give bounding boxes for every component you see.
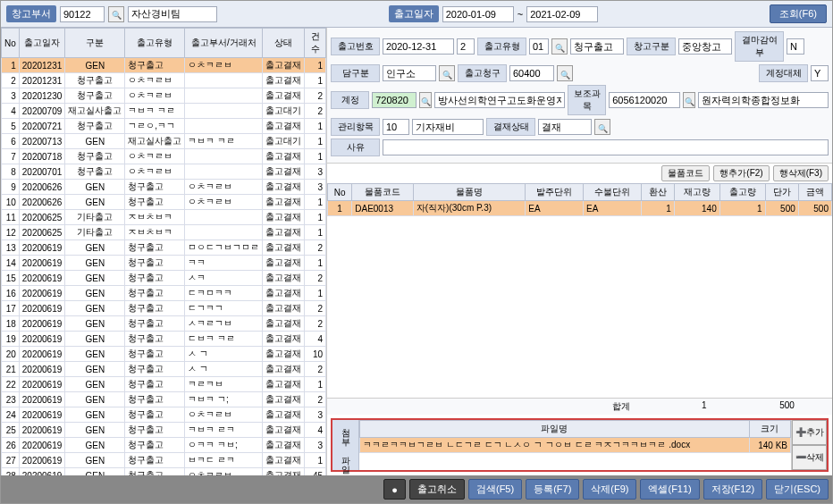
delete-button[interactable]: 삭제(F9): [583, 479, 636, 500]
table-row[interactable]: 820200701청구출고ㅇㅊㅋㄹㅂ출고결재3: [2, 164, 326, 180]
table-row[interactable]: 1520200619GEN청구출고ㅅㅋ출고결재2: [2, 271, 326, 286]
table-row[interactable]: 1DAE0013자(직자)(30cm P.3)EAEA11401500500: [328, 201, 832, 216]
items-grid-header[interactable]: 환산: [641, 184, 674, 201]
table-row[interactable]: 2220200619GEN청구출고ㅋㄹㅋㅂ출고결재1: [2, 377, 326, 392]
right-panel: 출고번호 출고유형 창고구분 결마감여부 담구분 출고청구: [327, 28, 832, 475]
warehouse-search-button[interactable]: [108, 6, 124, 22]
table-row[interactable]: 320201230청구출고ㅇㅊㅋㄹㅂ출고결재2: [2, 88, 326, 104]
item-code-button[interactable]: 물품코드: [661, 165, 710, 181]
search-icon: [442, 67, 452, 80]
date-label: 출고일자: [389, 5, 439, 22]
attach-add-button[interactable]: ➕추가: [792, 420, 827, 445]
pay-name-input[interactable]: [538, 119, 592, 135]
outgoing-list-grid[interactable]: No출고일자구분출고유형출고부서/거래처상태건수120201231GEN청구출고…: [1, 28, 326, 475]
date-from-input[interactable]: [442, 6, 514, 22]
items-grid-header[interactable]: 금액: [798, 184, 831, 201]
table-row[interactable]: 2420200619GEN청구출고ㅇㅊㅋㄹㅂ출고결재3: [2, 407, 326, 423]
acct-name-input[interactable]: [434, 92, 565, 108]
mgmt-code-input[interactable]: [383, 119, 409, 135]
table-row[interactable]: 2320200619GEN청구출고ㅋㅂㅋ ㄱ;출고결재2: [2, 392, 326, 407]
register-button[interactable]: 등록(F7): [526, 479, 579, 500]
table-row[interactable]: 1820200619GEN청구출고ㅅㅋㄹㄱㅂ출고결재2: [2, 316, 326, 332]
table-row[interactable]: 2020200619GEN청구출고ㅅ ㄱ출고결재10: [2, 347, 326, 362]
search-button[interactable]: 검색(F5): [468, 479, 522, 500]
items-grid-header[interactable]: 발주단위: [526, 184, 584, 201]
items-grid-header[interactable]: 물품명: [413, 184, 526, 201]
left-grid-header[interactable]: 출고일자: [19, 29, 65, 58]
table-row[interactable]: 1720200619GEN청구출고ㄷㄱㅋㄱ출고결재2: [2, 301, 326, 316]
items-grid-header[interactable]: 출고량: [719, 184, 765, 201]
type-search-button[interactable]: [551, 38, 568, 55]
items-grid-header[interactable]: 물품코드: [352, 184, 414, 201]
items-grid-header[interactable]: 재고량: [674, 184, 719, 201]
table-row[interactable]: 120201231GEN청구출고ㅇㅊㅋㄹㅂ출고결재1: [2, 58, 326, 73]
table-row[interactable]: 620200713GEN재고실사출고ㅋㅂㅋ ㅋㄹ출고대기1: [2, 134, 326, 149]
table-row[interactable]: 1620200619GEN청구출고ㄷㅋㅁㅋㅋ출고결재1: [2, 286, 326, 301]
dept-search-button[interactable]: [439, 65, 455, 81]
no-date-input[interactable]: [383, 38, 454, 55]
table-row[interactable]: 720200718청구출고ㅇㅊㅋㄹㅂ출고결재1: [2, 149, 326, 164]
attach-del-button[interactable]: ➖삭제: [792, 445, 827, 470]
close-input[interactable]: [787, 38, 804, 55]
warehouse-name-input[interactable]: [128, 6, 217, 22]
table-row[interactable]: 1320200619GEN청구출고ㅁㅇㄷㄱㅂㄱㅁㄹ출고결재2: [2, 240, 326, 256]
table-row[interactable]: 420200709재고실사출고ㅋㅂㅋ ㅋㄹ출고대기2: [2, 104, 326, 119]
attach-label: 첨부 파일: [332, 420, 359, 470]
table-row[interactable]: ㅋㅋㄹㅋㅋㅂㄱㄹㅂ ㄴㄷㄱㄹ ㄷㄱ ㄴㅅㅇ ㄱ ㄱㅇㅂ ㄷㄹ ㅋㅈㄱㅋㅋㅂㅋㄹ …: [360, 438, 791, 453]
acct-code-input[interactable]: [372, 92, 416, 108]
date-to-input[interactable]: [526, 6, 598, 22]
top-toolbar: 창고부서 출고일자 ~ 조회(F6): [1, 1, 832, 28]
excel-button[interactable]: 엑셀(F11): [640, 479, 699, 500]
items-grid[interactable]: No물품코드물품명발주단위수불단위환산재고량출고량단가금액1DAE0013자(직…: [327, 183, 832, 398]
table-row[interactable]: 1220200625기타출고ㅈㅂㅊㅂㅋ출고결재1: [2, 225, 326, 240]
subj-search-button[interactable]: [683, 92, 695, 108]
table-row[interactable]: 2520200619GEN청구출고ㅋㅂㅋ ㄹㅋ출고결재4: [2, 423, 326, 438]
attach-grid-header[interactable]: 크기: [749, 421, 790, 438]
left-grid-header[interactable]: No: [2, 29, 20, 58]
close-button[interactable]: 닫기(ESC): [766, 479, 829, 500]
acct-search-button[interactable]: [419, 92, 432, 108]
table-row[interactable]: 1120200625기타출고ㅈㅂㅊㅂㅋ출고결재1: [2, 210, 326, 225]
no-seq-input[interactable]: [457, 38, 475, 55]
type-name-input[interactable]: [570, 38, 624, 55]
items-grid-header[interactable]: No: [328, 184, 352, 201]
table-row[interactable]: 2720200619GEN청구출고ㅂㅋㄷ ㄹㅋ출고결재1: [2, 453, 326, 468]
table-row[interactable]: 1020200626GEN청구출고ㅇㅊㅋㄹㅂ출고결재1: [2, 195, 326, 210]
type-code-input[interactable]: [529, 38, 549, 55]
settle-input[interactable]: [811, 65, 829, 81]
pay-search-button[interactable]: [594, 119, 610, 135]
table-row[interactable]: 520200721청구출고ㄱㄹㅇ,ㅋㄱ출고결재1: [2, 119, 326, 134]
attach-grid[interactable]: 파일명크기ㅋㅋㄹㅋㅋㅂㄱㄹㅂ ㄴㄷㄱㄹ ㄷㄱ ㄴㅅㅇ ㄱ ㄱㅇㅂ ㄷㄹ ㅋㅈㄱㅋ…: [359, 420, 791, 470]
left-grid-header[interactable]: 건수: [305, 29, 326, 58]
attach-grid-header[interactable]: 파일명: [360, 421, 750, 438]
table-row[interactable]: 920200626GEN청구출고ㅇㅊㅋㄹㅂ출고결재3: [2, 180, 326, 195]
table-row[interactable]: 2620200619GEN청구출고ㅇㅋㅋ ㅋㅂ;출고결재3: [2, 438, 326, 453]
reason-input[interactable]: [383, 139, 829, 155]
add-row-button[interactable]: 행추가(F2): [713, 165, 769, 181]
left-grid-header[interactable]: 출고부서/거래처: [185, 29, 263, 58]
subj-name-input[interactable]: [698, 92, 829, 108]
left-grid-header[interactable]: 구분: [65, 29, 125, 58]
table-row[interactable]: 220201231청구출고ㅇㅊㅋㄹㅂ출고결재1: [2, 73, 326, 88]
table-row[interactable]: 1420200619GEN청구출고ㅋㅋ출고결재1: [2, 256, 326, 271]
req-code-input[interactable]: [509, 65, 554, 81]
wh-name-input[interactable]: [678, 38, 732, 55]
warehouse-code-input[interactable]: [60, 6, 105, 22]
table-row[interactable]: 2820200619GEN청구출고ㅇㅊㅋㄹㅂ출고결재45: [2, 468, 326, 476]
subj-code-input[interactable]: [609, 92, 680, 108]
indicator-button[interactable]: ●: [383, 479, 406, 500]
dept-name-input[interactable]: [383, 65, 436, 81]
del-row-button[interactable]: 행삭제(F3): [773, 165, 829, 181]
req-search-button[interactable]: [557, 65, 573, 81]
query-button[interactable]: 조회(F6): [770, 4, 827, 23]
save-button[interactable]: 저장(F12): [703, 479, 762, 500]
left-grid-header[interactable]: 상태: [263, 29, 305, 58]
items-grid-header[interactable]: 수불단위: [584, 184, 642, 201]
cancel-button[interactable]: 출고취소: [409, 479, 465, 500]
items-grid-header[interactable]: 단가: [765, 184, 798, 201]
left-grid-header[interactable]: 출고유형: [125, 29, 185, 58]
mgmt-name-input[interactable]: [412, 119, 484, 135]
table-row[interactable]: 2120200619GEN청구출고ㅅ ㄱ출고결재2: [2, 362, 326, 377]
table-row[interactable]: 1920200619GEN청구출고ㄷㅂㅋ ㅋㄹ출고결재4: [2, 332, 326, 347]
pay-label: 결재상태: [486, 118, 535, 136]
